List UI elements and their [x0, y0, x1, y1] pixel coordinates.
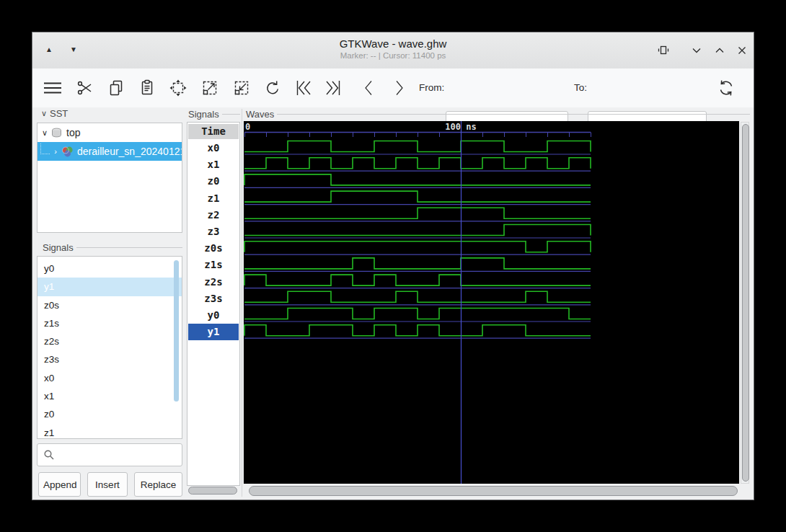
signal-name-row[interactable]: y0	[188, 307, 239, 324]
signal-name-row[interactable]: z3	[188, 223, 239, 240]
wave-hscrollbar-handle[interactable]	[249, 486, 738, 496]
frame-rule	[277, 114, 750, 115]
waves-header: Waves	[246, 109, 750, 120]
collapse-icon[interactable]: ∨	[38, 109, 50, 118]
module-icon	[61, 146, 74, 158]
signal-search-header: Signals	[43, 242, 182, 253]
tree-guide	[40, 143, 50, 154]
frame-rule	[76, 247, 182, 248]
close-icon[interactable]	[736, 44, 749, 57]
titlebar[interactable]: ▲ ▼ GTKWave - wave.ghw Marker: -- | Curs…	[32, 32, 754, 69]
facility-list-item[interactable]: z2s	[37, 332, 182, 350]
prev-edge-icon[interactable]	[358, 77, 379, 99]
wave-trace-z1	[244, 191, 591, 202]
sst-header-label: SST	[50, 108, 68, 119]
wave-trace-x0	[244, 141, 591, 152]
wave-trace-y0	[244, 309, 591, 319]
waveform-plot: 0100 ns	[244, 121, 739, 484]
wave-trace-z2	[244, 208, 591, 218]
signal-name-row[interactable]: z3s	[188, 291, 239, 307]
tree-item-derailleur[interactable]: › derailleur_sn_20240121_	[37, 142, 182, 161]
window-title: GTKWave - wave.ghw	[32, 37, 754, 50]
signal-search-header-label: Signals	[43, 242, 74, 253]
tree-item-top[interactable]: ∨ top	[37, 123, 182, 142]
facility-list-item[interactable]: z0s	[37, 296, 182, 314]
waves-header-label: Waves	[246, 109, 274, 120]
signal-name-row[interactable]: x0	[188, 140, 239, 156]
cut-icon[interactable]	[74, 77, 96, 99]
database-icon	[50, 127, 63, 139]
wave-trace-z0	[244, 174, 591, 185]
wave-trace-x1	[244, 158, 591, 169]
replace-button[interactable]: Replace	[134, 472, 182, 497]
toolbar: From: To:	[32, 68, 754, 107]
to-label: To:	[574, 68, 587, 107]
signal-name-row[interactable]: z2s	[188, 274, 239, 291]
from-label: From:	[419, 68, 444, 107]
time-column-header: Time	[188, 124, 239, 139]
signal-name-row[interactable]: y1	[188, 324, 239, 340]
tree-item-label: top	[66, 127, 80, 138]
chevron-right-icon[interactable]: ›	[50, 147, 61, 156]
seek-end-icon[interactable]	[323, 77, 345, 99]
facility-list-item[interactable]: z1s	[37, 314, 182, 332]
maximize-icon[interactable]	[713, 44, 726, 57]
signal-name-row[interactable]: z1s	[188, 257, 239, 273]
sst-header: ∨ SST	[38, 108, 182, 119]
restore-icon[interactable]	[657, 44, 670, 57]
pane-divider[interactable]	[242, 109, 242, 497]
signal-facility-list[interactable]: y0y1z0sz1sz2sz3sx0x1z0z1	[37, 256, 182, 439]
signals-panel-header: Signals	[188, 109, 240, 120]
wave-trace-z3s	[244, 291, 591, 302]
facility-list-item[interactable]: y1	[37, 278, 182, 296]
zoom-out-full-icon[interactable]	[199, 77, 221, 99]
wave-vscrollbar-handle[interactable]	[742, 124, 749, 482]
facility-list-item[interactable]: z1	[37, 424, 182, 439]
wave-trace-y1	[244, 325, 591, 336]
wave-trace-z2s	[244, 275, 591, 285]
append-button[interactable]: Append	[38, 472, 81, 497]
facility-list-item[interactable]: z0	[37, 405, 182, 423]
zoom-in-area-icon[interactable]	[231, 77, 252, 99]
insert-button[interactable]: Insert	[87, 472, 128, 497]
signal-search-box	[37, 443, 182, 466]
facility-list-item[interactable]: z3s	[37, 350, 182, 368]
chevron-down-icon[interactable]: ∨	[39, 128, 50, 138]
signal-name-row[interactable]: z0s	[188, 240, 239, 257]
copy-icon[interactable]	[105, 77, 127, 99]
search-input[interactable]	[59, 445, 181, 466]
wave-trace-z0s	[244, 241, 591, 252]
undo-icon[interactable]	[262, 77, 283, 99]
signals-panel-hscrollbar[interactable]	[188, 487, 237, 495]
signal-name-row[interactable]: z2	[188, 207, 239, 223]
wave-vscrollbar[interactable]	[741, 122, 749, 484]
sst-tree[interactable]: ∨ top › derailleur_sn_20240121_	[37, 123, 182, 233]
next-edge-icon[interactable]	[389, 77, 410, 99]
wave-trace-z3	[244, 225, 591, 236]
facility-list-item[interactable]: x0	[37, 369, 182, 387]
signals-name-panel[interactable]: Time x0x1z0z1z2z3z0sz1sz2sz3sy0y1	[187, 122, 240, 486]
marker-cursor-status: Marker: -- | Cursor: 11400 ps	[32, 51, 754, 60]
facility-list-item[interactable]: y0	[37, 260, 182, 278]
titlebar-text: GTKWave - wave.ghw Marker: -- | Cursor: …	[32, 32, 754, 60]
signal-name-row[interactable]: z0	[188, 173, 239, 190]
reload-icon[interactable]	[715, 77, 737, 99]
facility-list-item[interactable]: x1	[37, 387, 182, 405]
frame-rule	[222, 114, 240, 115]
signal-name-row[interactable]: x1	[188, 156, 239, 173]
gtkwave-window: ▲ ▼ GTKWave - wave.ghw Marker: -- | Curs…	[32, 32, 754, 500]
zoom-fit-icon[interactable]	[167, 77, 189, 99]
signal-name-row[interactable]: z1	[188, 190, 239, 207]
search-icon	[43, 449, 55, 461]
svg-text:0: 0	[245, 122, 250, 132]
facility-list-scrollbar[interactable]	[174, 260, 179, 402]
wave-canvas[interactable]: 0100 ns	[244, 121, 739, 484]
paste-icon[interactable]	[136, 77, 158, 99]
wave-hscrollbar[interactable]	[249, 485, 738, 496]
minimize-icon[interactable]	[690, 44, 703, 57]
tree-item-label: derailleur_sn_20240121_	[77, 146, 182, 157]
seek-start-icon[interactable]	[292, 77, 314, 99]
wave-trace-z1s	[244, 258, 591, 269]
menu-icon[interactable]	[42, 77, 63, 99]
signals-panel-header-label: Signals	[188, 109, 219, 120]
